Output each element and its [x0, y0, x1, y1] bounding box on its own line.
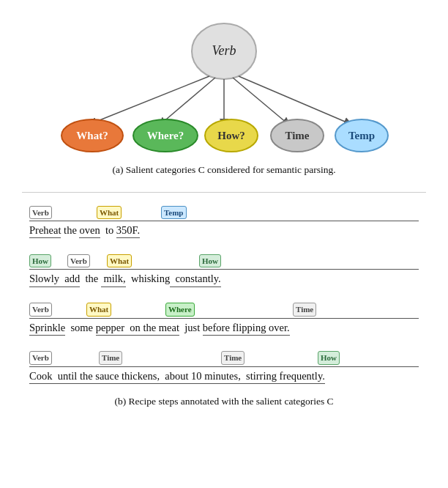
tag-where-s3: Where	[165, 303, 195, 317]
sentence-block-4: Verb Time Time How Cook until the sauce …	[29, 347, 419, 384]
word: whisking	[126, 271, 170, 286]
word: the	[143, 320, 158, 336]
word: to	[100, 223, 116, 238]
word: over.	[269, 320, 290, 336]
sentence-block-1: Verb What Temp Preheat the oven to 350F.	[29, 202, 419, 238]
word: the	[80, 271, 101, 286]
svg-text:Temp: Temp	[348, 130, 375, 141]
tag-verb-s3: Verb	[29, 303, 52, 317]
word: add	[59, 271, 80, 286]
svg-text:How?: How?	[217, 130, 245, 141]
svg-line-2	[92, 76, 209, 123]
svg-line-6	[239, 76, 348, 123]
sentence-1: Preheat the oven to 350F.	[29, 221, 419, 238]
word: 10	[191, 369, 204, 384]
tag-time-s3: Time	[293, 303, 316, 317]
tag-what-s2: What	[107, 254, 132, 268]
tag-how-s2b: How	[199, 254, 221, 268]
word: stirring	[241, 369, 280, 384]
word: Sprinkle	[29, 320, 65, 336]
tag-how-s4: How	[318, 351, 340, 365]
svg-text:Where?: Where?	[147, 130, 184, 141]
svg-text:What?: What?	[76, 130, 108, 141]
tag-verb-s2: Verb	[67, 254, 90, 268]
word: Cook	[29, 369, 52, 384]
caption-a: (a) Salient categories C considered for …	[112, 164, 335, 176]
sentence-2: Slowly add the milk, whisking constantly…	[29, 269, 419, 286]
word: flipping	[232, 320, 269, 336]
tree-section: Verb What?	[22, 15, 426, 186]
sentence-3: Sprinkle some pepper on the meat just be…	[29, 318, 419, 336]
word: some	[65, 320, 95, 336]
svg-text:Verb: Verb	[212, 43, 236, 58]
word: sauce	[95, 369, 122, 384]
word: thickens,	[122, 369, 160, 384]
word: on	[124, 320, 143, 336]
word: pepper	[96, 320, 124, 336]
tag-temp-s1: Temp	[161, 206, 187, 220]
word: before	[203, 320, 233, 336]
word: about	[160, 369, 191, 384]
tag-verb-s1: Verb	[29, 206, 52, 220]
word: the	[80, 369, 95, 384]
word: constantly.	[170, 271, 221, 286]
sentence-block-3: Verb What Where Time Sprinkle some peppe…	[29, 299, 419, 336]
word: the	[61, 223, 79, 238]
word: meat	[159, 320, 179, 336]
tag-time-s4a: Time	[99, 351, 122, 365]
tag-what-s3: What	[86, 303, 111, 317]
tag-verb-s4: Verb	[29, 351, 52, 365]
word: minutes,	[204, 369, 241, 384]
tree-diagram: Verb What?	[19, 15, 429, 161]
tag-time-s4b: Time	[221, 351, 244, 365]
word: frequently.	[280, 369, 325, 384]
word: Preheat	[29, 223, 61, 238]
caption-b: (b) Recipe steps annotated with the sali…	[29, 396, 419, 407]
tag-how-s2a: How	[29, 254, 51, 268]
sentences-section: Verb What Temp Preheat the oven to 350F.…	[22, 202, 426, 407]
word: milk,	[101, 271, 126, 286]
word: until	[52, 369, 79, 384]
sentence-block-2: How Verb What How Slowly add the milk, w…	[29, 250, 419, 286]
svg-line-5	[233, 78, 287, 123]
page: Verb What?	[0, 0, 448, 422]
sentence-4: Cook until the sauce thickens, about 10 …	[29, 366, 419, 384]
word: just	[179, 320, 203, 336]
word: Slowly	[29, 271, 59, 286]
tag-what-s1: What	[97, 206, 122, 220]
word: oven	[79, 223, 100, 238]
svg-text:Time: Time	[285, 130, 309, 141]
word: 350F.	[116, 223, 140, 238]
